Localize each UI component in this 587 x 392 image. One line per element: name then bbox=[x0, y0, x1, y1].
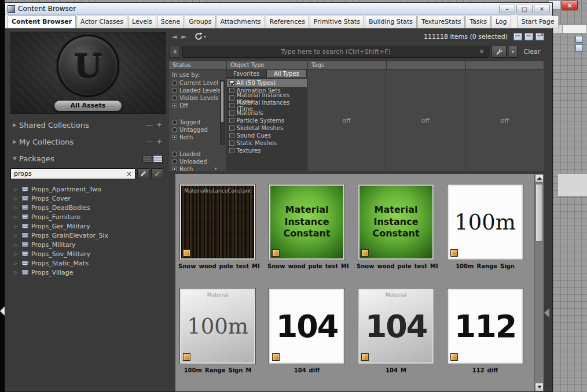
add-collection-icon[interactable]: + bbox=[156, 121, 162, 128]
radio-both-tags[interactable]: Both bbox=[172, 134, 226, 141]
package-row[interactable]: ▷Props_Furniture bbox=[10, 212, 166, 221]
refresh-dropdown-icon[interactable]: ▾ bbox=[204, 34, 206, 39]
close-panel-icon[interactable]: × bbox=[535, 33, 544, 40]
tags-header-2[interactable] bbox=[387, 61, 466, 70]
radio-off[interactable]: Off bbox=[172, 102, 226, 109]
package-row[interactable]: ▷Props_Military bbox=[10, 240, 166, 249]
asset-thumbnail[interactable]: 112 bbox=[447, 289, 523, 364]
tab-primitive-stats[interactable]: Primitive Stats bbox=[310, 16, 364, 28]
asset-thumbnail[interactable]: MaterialInstanceConstant bbox=[180, 184, 255, 260]
expander-icon[interactable]: ▷ bbox=[14, 233, 19, 238]
expander-icon[interactable]: ▷ bbox=[14, 270, 19, 275]
radio-selected-icon[interactable] bbox=[172, 135, 177, 140]
tab-scene[interactable]: Scene bbox=[157, 16, 185, 28]
type-row-skeletal-meshes[interactable]: Skeletal Meshes bbox=[227, 124, 307, 132]
radio-icon[interactable] bbox=[172, 120, 177, 125]
tab-actor-classes[interactable]: Actor Classes bbox=[76, 16, 127, 28]
tag-column-value[interactable]: off bbox=[465, 70, 544, 171]
asset-search-input[interactable]: Type here to search (Ctrl+Shift+F) × bbox=[182, 46, 489, 58]
radio-icon[interactable] bbox=[172, 159, 177, 164]
type-row-all[interactable]: All (50 Types) bbox=[227, 79, 307, 87]
editor-mini-icon[interactable] bbox=[575, 45, 583, 51]
add-collection-icon[interactable]: + bbox=[156, 138, 162, 145]
dock-panel-icon[interactable] bbox=[513, 33, 522, 40]
history-forward-icon[interactable]: ► bbox=[181, 33, 186, 40]
package-row[interactable]: ▷Props_Cover bbox=[10, 194, 166, 203]
radio-icon[interactable] bbox=[172, 151, 177, 157]
checkbox-icon[interactable] bbox=[229, 103, 234, 108]
status-header[interactable]: Status bbox=[169, 61, 227, 70]
maximize-button[interactable]: □ bbox=[516, 5, 533, 13]
asset-thumbnail[interactable]: Material Instance Constant bbox=[358, 184, 434, 260]
package-row[interactable]: ▷Props_DeadBodies bbox=[10, 203, 166, 212]
title-bar[interactable]: Content Browser – □ × bbox=[5, 3, 552, 15]
radio-visible-levels[interactable]: Visible Levels bbox=[172, 94, 226, 102]
package-search-input[interactable] bbox=[14, 170, 126, 177]
asset-tile[interactable]: MaterialInstanceConstant _Snow_wood_pole… bbox=[180, 184, 255, 269]
checkbox-icon[interactable] bbox=[229, 148, 234, 153]
apply-filter-button[interactable]: ✓ bbox=[151, 168, 163, 179]
type-row-sound-cues[interactable]: Sound Cues bbox=[227, 132, 307, 139]
tab-attachments[interactable]: Attachments bbox=[217, 16, 265, 28]
packages-header[interactable]: ▼ Packages bbox=[10, 153, 166, 164]
type-row-static-meshes[interactable]: Static Meshes bbox=[227, 139, 307, 147]
clear-filters-button[interactable]: Clear bbox=[520, 48, 544, 56]
clear-search-icon[interactable]: × bbox=[479, 47, 485, 56]
clear-search-icon[interactable]: × bbox=[126, 171, 132, 177]
tab-references[interactable]: References bbox=[266, 16, 309, 28]
package-row[interactable]: ▷Props_Apartment_Two bbox=[10, 184, 166, 194]
radio-both-load[interactable]: Both bbox=[172, 165, 226, 171]
asset-tile[interactable]: 104 104_diff bbox=[269, 289, 344, 373]
package-row[interactable]: ▷Props_Ger_Military bbox=[10, 221, 166, 231]
tab-content-browser[interactable]: Content Browser bbox=[8, 15, 76, 28]
type-row-textures[interactable]: Textures bbox=[227, 147, 307, 154]
overflow-down-icon[interactable]: ▾ bbox=[215, 166, 217, 171]
package-row[interactable]: ▷Props_GrainElevator_Six bbox=[10, 231, 166, 240]
tags-header[interactable]: Tags bbox=[308, 61, 387, 70]
expander-icon[interactable]: ▷ bbox=[14, 215, 19, 220]
expander-icon[interactable]: ▷ bbox=[14, 224, 19, 229]
checkbox-icon[interactable] bbox=[229, 88, 234, 93]
asset-tile[interactable]: Material 104 104_M bbox=[358, 289, 434, 373]
tab-log[interactable]: Log bbox=[491, 16, 511, 28]
asset-thumbnail[interactable]: Material 104 bbox=[358, 289, 434, 364]
package-row[interactable]: ▷Props_Static_Mats bbox=[10, 258, 166, 268]
remove-collection-icon[interactable]: — bbox=[146, 121, 153, 128]
radio-current-level[interactable]: Current Level bbox=[172, 79, 226, 87]
status-scroll-thumb[interactable] bbox=[221, 82, 223, 122]
history-back-icon[interactable]: ◄ bbox=[172, 33, 177, 40]
tab-groups[interactable]: Groups bbox=[185, 16, 215, 28]
checkbox-icon[interactable] bbox=[229, 95, 234, 101]
tag-column-value[interactable]: off bbox=[307, 70, 386, 171]
minimize-button[interactable]: – bbox=[499, 5, 515, 13]
close-button[interactable]: × bbox=[534, 5, 550, 13]
expander-icon[interactable]: ▷ bbox=[14, 187, 19, 192]
tab-texturestats[interactable]: TextureStats bbox=[417, 16, 465, 28]
search-options-dropdown[interactable]: ▾ bbox=[509, 46, 518, 58]
scroll-thumb[interactable] bbox=[535, 184, 543, 242]
collapse-left-arrow-icon[interactable] bbox=[0, 306, 5, 316]
tab-favorites[interactable]: Favorites bbox=[227, 70, 267, 78]
collapse-arrow-icon[interactable]: ▶ bbox=[10, 139, 19, 145]
all-assets-button[interactable]: All Assets bbox=[54, 100, 122, 112]
expander-icon[interactable]: ▷ bbox=[14, 242, 19, 247]
my-collections-header[interactable]: ▶ My Collections — + bbox=[10, 136, 166, 147]
refresh-button[interactable]: ▾ bbox=[195, 32, 206, 40]
editor-close-button[interactable]: × bbox=[562, 1, 578, 10]
radio-icon[interactable] bbox=[172, 80, 177, 86]
edit-filter-button[interactable] bbox=[137, 168, 149, 179]
editor-mini-icon[interactable] bbox=[575, 36, 583, 43]
collapse-panel-arrow-icon[interactable] bbox=[544, 308, 549, 317]
package-row[interactable]: ▷Props_Village bbox=[10, 268, 166, 277]
search-options-button[interactable] bbox=[491, 46, 507, 58]
radio-selected-icon[interactable] bbox=[172, 167, 177, 171]
expand-filters-button[interactable]: » bbox=[169, 46, 180, 58]
asset-thumbnail[interactable]: Material Instance Constant bbox=[269, 184, 344, 260]
radio-untagged[interactable]: Untagged bbox=[172, 126, 226, 134]
tab-tasks[interactable]: Tasks bbox=[465, 16, 490, 28]
tab-start-page[interactable]: Start Page bbox=[518, 16, 559, 28]
tab-all-types[interactable]: All Types bbox=[267, 70, 307, 78]
object-type-header[interactable]: Object Type bbox=[227, 61, 308, 70]
type-row-particle-systems[interactable]: Particle Systems bbox=[227, 117, 307, 124]
asset-tile[interactable]: Material 100m 100m_Range_Sign_M bbox=[180, 289, 255, 373]
